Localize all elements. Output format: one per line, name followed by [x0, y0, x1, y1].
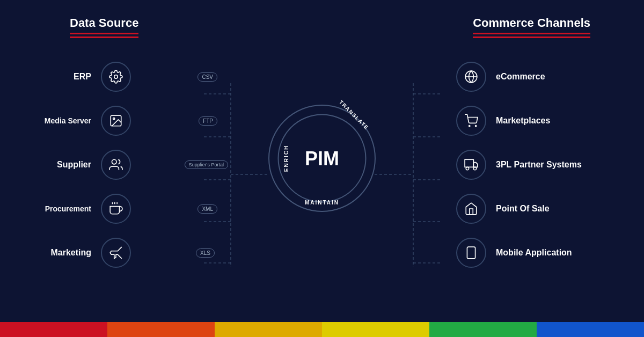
channels-list: eCommerce Marketplaces 3PL Partner Syste… — [456, 62, 612, 268]
pos-icon-circle — [456, 194, 486, 224]
channel-mobile: Mobile Application — [456, 238, 612, 268]
pos-label: Point Of Sale — [496, 204, 550, 214]
source-erp: ERP CSV — [32, 62, 193, 92]
color-orange — [215, 322, 322, 337]
supplier-protocol: Supplier's Portal — [185, 160, 228, 169]
svg-point-30 — [473, 167, 476, 170]
supplier-icon-circle — [101, 150, 131, 180]
erp-icon-circle — [101, 62, 131, 92]
svg-point-29 — [466, 167, 469, 170]
svg-rect-31 — [467, 247, 475, 259]
marketing-icon-circle — [101, 238, 131, 268]
source-procurement: Procurement XML — [32, 194, 193, 224]
enrich-label: ENRICH — [283, 145, 289, 172]
color-orange-red — [107, 322, 215, 337]
source-supplier: Supplier Supplier's Portal — [32, 150, 193, 180]
media-protocol: FTP — [199, 116, 217, 126]
svg-marker-28 — [473, 163, 478, 167]
gear-icon — [109, 70, 123, 84]
mobile-icon — [464, 246, 478, 260]
color-bar — [0, 322, 644, 337]
marketplaces-label: Marketplaces — [496, 116, 550, 126]
channel-3pl: 3PL Partner Systems — [456, 150, 612, 180]
erp-label: ERP — [32, 72, 91, 82]
erp-protocol: CSV — [197, 72, 217, 82]
channel-marketplaces: Marketplaces — [456, 106, 612, 136]
pim-inner-circle: PIM — [278, 114, 367, 203]
procurement-label: Procurement — [32, 204, 91, 213]
left-section-header: Data Source — [70, 16, 138, 38]
right-section-header: Commerce Channels — [473, 16, 590, 38]
hand-gear-icon — [109, 202, 123, 216]
supplier-label: Supplier — [32, 160, 91, 170]
color-red — [0, 322, 107, 337]
image-icon — [109, 114, 123, 128]
ecommerce-label: eCommerce — [496, 72, 545, 82]
source-media-server: Media Server FTP — [32, 106, 193, 136]
mobile-icon-circle — [456, 238, 486, 268]
megaphone-icon — [109, 246, 123, 260]
svg-point-16 — [113, 118, 115, 120]
source-marketing: Marketing XLS — [32, 238, 193, 268]
svg-point-17 — [112, 159, 116, 164]
marketplaces-icon-circle — [456, 106, 486, 136]
svg-point-26 — [475, 126, 477, 127]
svg-point-14 — [114, 75, 118, 79]
svg-rect-27 — [465, 159, 473, 167]
3pl-icon-circle — [456, 150, 486, 180]
globe-icon — [464, 70, 478, 84]
procurement-icon-circle — [101, 194, 131, 224]
mobile-label: Mobile Application — [496, 248, 572, 258]
media-server-icon-circle — [101, 106, 131, 136]
color-yellow — [322, 322, 429, 337]
pim-label: PIM — [305, 147, 339, 170]
truck-icon — [464, 158, 478, 172]
maintain-label: MAINTAIN — [305, 200, 339, 206]
commerce-channels-title: Commerce Channels — [473, 16, 590, 30]
marketing-label: Marketing — [32, 248, 91, 258]
cart-icon — [464, 114, 478, 128]
channel-pos: Point Of Sale — [456, 194, 612, 224]
people-icon — [109, 158, 123, 172]
data-source-title: Data Source — [70, 16, 138, 30]
3pl-label: 3PL Partner Systems — [496, 160, 582, 170]
svg-point-25 — [469, 126, 470, 127]
pim-center: PIM ENRICH TRANSLATE MAINTAIN — [268, 105, 376, 212]
procurement-protocol: XML — [197, 204, 217, 214]
media-server-label: Media Server — [32, 116, 91, 125]
channel-ecommerce: eCommerce — [456, 62, 612, 92]
color-green — [429, 322, 537, 337]
marketing-protocol: XLS — [196, 248, 215, 258]
store-icon — [464, 202, 478, 216]
sources-list: ERP CSV Media Server FTP Supplier — [32, 62, 193, 268]
color-blue — [537, 322, 644, 337]
ecommerce-icon-circle — [456, 62, 486, 92]
